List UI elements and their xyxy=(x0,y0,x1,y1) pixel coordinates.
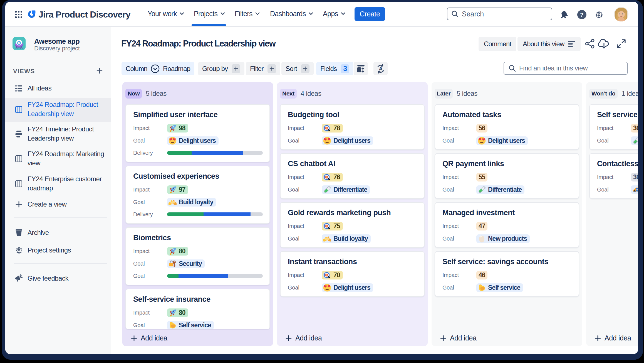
svg-text:A: A xyxy=(379,66,383,72)
svg-text:?: ? xyxy=(580,11,584,18)
